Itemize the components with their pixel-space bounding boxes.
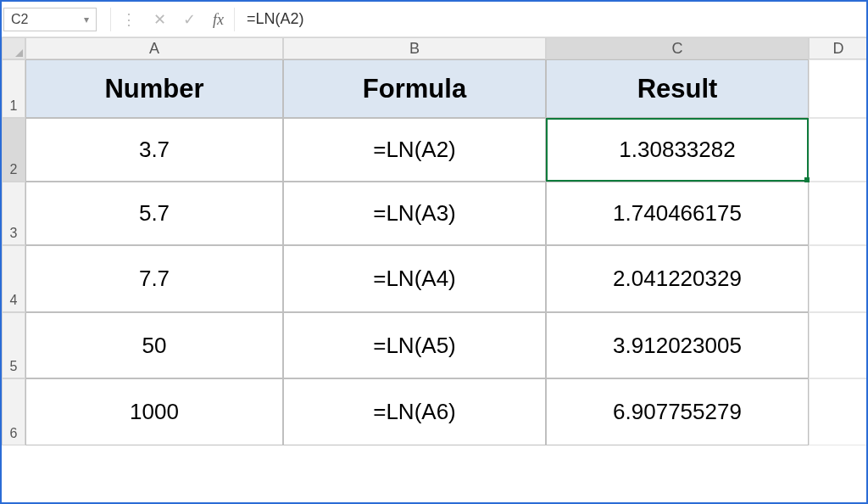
formula-input[interactable]: =LN(A2) <box>235 10 866 28</box>
cell-A5[interactable]: 50 <box>25 312 283 378</box>
enter-icon[interactable]: ✓ <box>183 12 196 27</box>
name-box-value: C2 <box>11 12 28 27</box>
row-header-5[interactable]: 5 <box>2 312 25 378</box>
formula-bar: C2 ▾ ⋮ ✕ ✓ fx =LN(A2) <box>2 2 866 37</box>
chevron-down-icon[interactable]: ▾ <box>84 14 89 25</box>
cell-A2[interactable]: 3.7 <box>25 118 283 182</box>
column-header-C[interactable]: C <box>546 37 809 59</box>
cell-D3[interactable] <box>809 182 868 245</box>
formula-options-icon[interactable]: ⋮ <box>121 12 136 27</box>
cell-D4[interactable] <box>809 245 868 312</box>
cell-A1[interactable]: Number <box>25 59 283 118</box>
cell-A6[interactable]: 1000 <box>25 378 283 445</box>
cell-D1[interactable] <box>809 59 868 118</box>
formula-bar-controls: ⋮ ✕ ✓ fx <box>110 8 235 31</box>
row-header-4[interactable]: 4 <box>2 245 25 312</box>
cell-C4[interactable]: 2.041220329 <box>546 245 809 312</box>
insert-function-icon[interactable]: fx <box>213 12 224 27</box>
column-header-B[interactable]: B <box>283 37 546 59</box>
cell-C1[interactable]: Result <box>546 59 809 118</box>
cell-C5[interactable]: 3.912023005 <box>546 312 809 378</box>
cell-D2[interactable] <box>809 118 868 182</box>
cell-A4[interactable]: 7.7 <box>25 245 283 312</box>
cell-C6[interactable]: 6.907755279 <box>546 378 809 445</box>
cell-D5[interactable] <box>809 312 868 378</box>
row-header-6[interactable]: 6 <box>2 378 25 445</box>
cancel-icon[interactable]: ✕ <box>153 12 166 27</box>
cell-B6[interactable]: =LN(A6) <box>283 378 546 445</box>
cell-B4[interactable]: =LN(A4) <box>283 245 546 312</box>
cell-D6[interactable] <box>809 378 868 445</box>
cell-B5[interactable]: =LN(A5) <box>283 312 546 378</box>
cell-A3[interactable]: 5.7 <box>25 182 283 245</box>
cell-B1[interactable]: Formula <box>283 59 546 118</box>
column-header-A[interactable]: A <box>25 37 283 59</box>
row-header-2[interactable]: 2 <box>2 118 25 182</box>
spreadsheet-grid: A B C D 1 Number Formula Result 2 3.7 =L… <box>2 37 866 445</box>
column-header-D[interactable]: D <box>809 37 868 59</box>
row-header-3[interactable]: 3 <box>2 182 25 245</box>
name-box[interactable]: C2 ▾ <box>3 8 97 31</box>
select-all-corner[interactable] <box>2 37 25 59</box>
row-header-1[interactable]: 1 <box>2 59 25 118</box>
cell-B2[interactable]: =LN(A2) <box>283 118 546 182</box>
cell-B3[interactable]: =LN(A3) <box>283 182 546 245</box>
cell-C2[interactable]: 1.30833282 <box>546 118 809 182</box>
cell-C3[interactable]: 1.740466175 <box>546 182 809 245</box>
